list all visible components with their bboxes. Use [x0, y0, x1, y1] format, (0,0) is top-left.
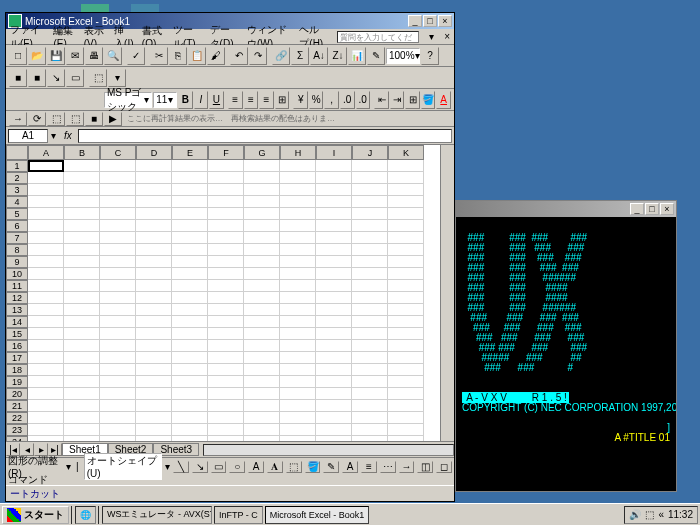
cell[interactable] — [280, 172, 316, 184]
cell[interactable] — [280, 376, 316, 388]
cell[interactable] — [208, 220, 244, 232]
cell[interactable] — [136, 328, 172, 340]
cell[interactable] — [100, 316, 136, 328]
cell[interactable] — [244, 196, 280, 208]
cell[interactable] — [64, 352, 100, 364]
cell[interactable] — [28, 280, 64, 292]
cell[interactable] — [352, 292, 388, 304]
cell[interactable] — [352, 232, 388, 244]
cell[interactable] — [100, 388, 136, 400]
cell[interactable] — [316, 256, 352, 268]
cell[interactable] — [64, 400, 100, 412]
term-close-button[interactable]: × — [660, 203, 674, 215]
cell[interactable] — [208, 400, 244, 412]
cell[interactable] — [172, 388, 208, 400]
cell[interactable] — [352, 220, 388, 232]
cell[interactable] — [28, 160, 64, 172]
cell[interactable] — [172, 208, 208, 220]
cell[interactable] — [100, 220, 136, 232]
cell[interactable] — [172, 316, 208, 328]
row-header[interactable]: 19 — [6, 376, 28, 388]
cell[interactable] — [64, 340, 100, 352]
cell[interactable] — [208, 280, 244, 292]
col-header[interactable]: D — [136, 145, 172, 160]
cell[interactable] — [388, 244, 424, 256]
cell[interactable] — [244, 352, 280, 364]
cell[interactable] — [208, 328, 244, 340]
cell[interactable] — [136, 388, 172, 400]
cell[interactable] — [136, 280, 172, 292]
terminal-body[interactable]: ### ### ### ### ### ### ### ### ### ### … — [456, 217, 676, 491]
row-header[interactable]: 2 — [6, 172, 28, 184]
cell[interactable] — [136, 196, 172, 208]
cell[interactable] — [244, 364, 280, 376]
quicklaunch-1[interactable]: 🌐 — [75, 506, 96, 524]
3d-tool[interactable]: ◻ — [436, 461, 452, 473]
row-header[interactable]: 17 — [6, 352, 28, 364]
cell[interactable] — [136, 268, 172, 280]
terminal-titlebar[interactable]: _ □ × — [456, 201, 676, 217]
font-color-button[interactable]: A — [436, 91, 451, 109]
cell[interactable] — [208, 376, 244, 388]
rect-tool[interactable]: ▭ — [211, 461, 227, 473]
row-header[interactable]: 8 — [6, 244, 28, 256]
cell[interactable] — [64, 220, 100, 232]
cell[interactable] — [64, 376, 100, 388]
cell[interactable] — [28, 208, 64, 220]
cell[interactable] — [280, 388, 316, 400]
cell[interactable] — [100, 352, 136, 364]
row-header[interactable]: 11 — [6, 280, 28, 292]
cell[interactable] — [244, 412, 280, 424]
cell[interactable] — [244, 232, 280, 244]
cell[interactable] — [136, 376, 172, 388]
cell[interactable] — [172, 352, 208, 364]
cell[interactable] — [172, 196, 208, 208]
cell[interactable] — [316, 232, 352, 244]
cell[interactable] — [172, 244, 208, 256]
cell[interactable] — [136, 244, 172, 256]
fill-tool[interactable]: 🪣 — [305, 461, 321, 473]
cell[interactable] — [208, 196, 244, 208]
cell[interactable] — [280, 160, 316, 172]
cell[interactable] — [100, 412, 136, 424]
cell[interactable] — [244, 220, 280, 232]
cell[interactable] — [352, 400, 388, 412]
col-header[interactable]: E — [172, 145, 208, 160]
cell[interactable] — [316, 400, 352, 412]
cell[interactable] — [136, 340, 172, 352]
row-header[interactable]: 7 — [6, 232, 28, 244]
tb-e[interactable]: ⬚ — [89, 69, 107, 87]
cell[interactable] — [388, 196, 424, 208]
underline-button[interactable]: U — [209, 91, 224, 109]
start-button[interactable]: スタート — [2, 506, 69, 524]
comma-button[interactable]: , — [324, 91, 339, 109]
cell[interactable] — [28, 184, 64, 196]
cell[interactable] — [388, 280, 424, 292]
cell[interactable] — [136, 232, 172, 244]
cell[interactable] — [64, 316, 100, 328]
indent-dec-button[interactable]: ⇤ — [374, 91, 389, 109]
oval-tool[interactable]: ○ — [229, 461, 245, 473]
cell[interactable] — [388, 340, 424, 352]
cell[interactable] — [100, 340, 136, 352]
cell[interactable] — [172, 172, 208, 184]
cell[interactable] — [136, 160, 172, 172]
cell[interactable] — [280, 280, 316, 292]
cell[interactable] — [316, 172, 352, 184]
cell[interactable] — [316, 328, 352, 340]
align-left-button[interactable]: ≡ — [228, 91, 243, 109]
cell[interactable] — [316, 364, 352, 376]
cell[interactable] — [388, 328, 424, 340]
cell[interactable] — [28, 196, 64, 208]
align-right-button[interactable]: ≡ — [259, 91, 274, 109]
cell[interactable] — [280, 424, 316, 436]
format-painter-button[interactable]: 🖌 — [207, 47, 225, 65]
cell[interactable] — [28, 352, 64, 364]
cell[interactable] — [352, 376, 388, 388]
italic-button[interactable]: I — [194, 91, 209, 109]
cell[interactable] — [244, 172, 280, 184]
cell[interactable] — [388, 172, 424, 184]
fontsize-combo[interactable]: 11▾ — [153, 92, 177, 108]
sum-button[interactable]: Σ — [291, 47, 309, 65]
help-button[interactable]: ? — [421, 47, 439, 65]
